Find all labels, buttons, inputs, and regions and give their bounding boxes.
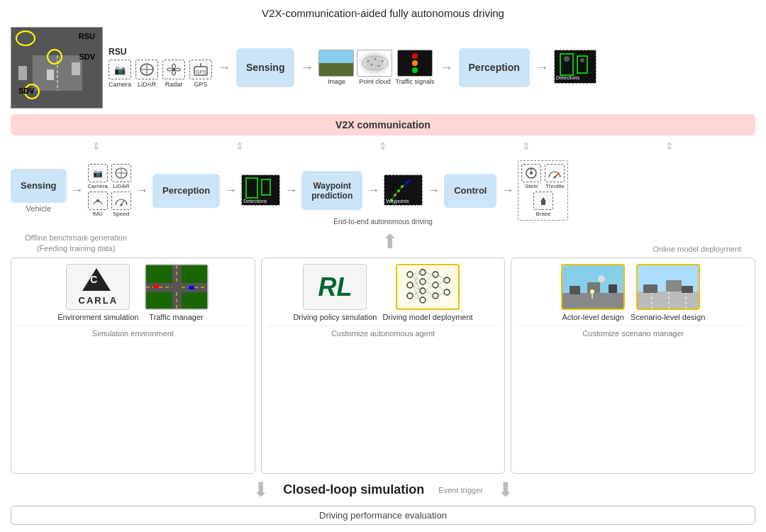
waypoint-prediction-box: Waypoint prediction — [301, 171, 362, 210]
scenario-footer: Customize scenario manager — [517, 326, 749, 338]
v-imu: IMU — [88, 192, 108, 217]
waypoints-visual: Waypoints — [384, 175, 422, 205]
v-imu-label: IMU — [92, 211, 103, 217]
pointcloud-thumb — [357, 50, 392, 77]
online-label: Online model deployment — [653, 245, 741, 253]
closed-loop-text: Closed-loop simulation — [283, 482, 424, 497]
rsu-sensors: RSU 📷 Camera LiDAR — [109, 47, 212, 88]
svg-point-15 — [374, 58, 377, 60]
traffic-thumb — [397, 50, 433, 77]
neural-net-icon — [397, 265, 458, 309]
v-lidar-icon — [111, 164, 131, 182]
v-lidar-label: LiDAR — [113, 183, 129, 189]
arrow-perception-detect: → — [535, 60, 548, 75]
arrow-sensors-perception: → — [135, 183, 148, 198]
svg-line-82 — [438, 275, 444, 280]
throttle-label: Throttle — [545, 183, 565, 189]
arrow-control-outputs: → — [501, 183, 514, 198]
pointcloud-label: Point cloud — [359, 78, 391, 85]
v2x-bar: V2X communication — [11, 114, 755, 135]
traffic-red — [412, 53, 418, 59]
traffic-green — [412, 67, 418, 73]
svg-point-27 — [96, 199, 99, 202]
v-lidar: LiDAR — [111, 164, 131, 189]
detection-visual: Detections — [555, 50, 596, 83]
v2x-double-arrow-3: ⇕ — [379, 140, 387, 152]
actor-scene-svg — [562, 265, 623, 309]
svg-point-42 — [530, 172, 533, 174]
sensor-radar: Radar — [162, 60, 185, 88]
info-row: Offline benchmark generation(Feeding tra… — [11, 228, 755, 253]
svg-rect-91 — [609, 284, 617, 293]
scenario-items-row: Actor-level design — [517, 264, 749, 321]
svg-rect-54 — [189, 286, 194, 289]
svg-rect-3 — [18, 66, 27, 80]
rl-text: RL — [304, 265, 366, 309]
vehicle-detections: Detections — [241, 174, 280, 207]
actor-level-label: Actor-level design — [562, 313, 623, 321]
svg-rect-87 — [562, 293, 623, 309]
closed-loop-down-arrow-left: ⬇ — [252, 478, 269, 501]
arrow-vehicle-sensors: → — [71, 183, 84, 198]
gps-icon: GPS — [189, 60, 212, 79]
svg-rect-88 — [570, 286, 580, 294]
main-container: V2X-communication-aided fully autonomous… — [0, 0, 766, 532]
gps-svg: GPS — [193, 62, 209, 77]
driving-model-label: Driving model deployment — [382, 313, 472, 321]
rsu-sensor-icons: 📷 Camera LiDAR — [109, 60, 212, 88]
svg-point-57 — [407, 293, 413, 299]
svg-rect-5 — [72, 62, 80, 75]
traffic-mgr-label: Traffic manager — [149, 313, 203, 321]
svg-point-92 — [590, 289, 594, 294]
svg-rect-99 — [643, 284, 657, 293]
vehicle-sensor-row-1: 📷 Camera LiDAR — [88, 164, 131, 189]
carla-logo: C CARLA — [79, 268, 118, 306]
steer-label: Steer — [525, 183, 538, 189]
driving-perf: Driving performance evaluation — [11, 506, 755, 525]
svg-line-83 — [438, 280, 444, 285]
svg-line-85 — [438, 292, 444, 296]
up-arrow-center: ⬆ — [382, 230, 398, 253]
data-items: Image Point cloud — [318, 50, 434, 85]
env-sim-label: Environment simulation — [57, 313, 138, 321]
data-pointcloud: Point cloud — [357, 50, 392, 85]
actor-level-item: Actor-level design — [561, 264, 625, 321]
agent-items-row: RL Driving policy simulation — [267, 264, 499, 321]
image-thumb — [318, 50, 354, 77]
svg-line-79 — [426, 285, 433, 291]
rsu-tag: RSU — [79, 32, 95, 40]
svg-point-22 — [564, 56, 570, 62]
svg-text:GPS: GPS — [196, 70, 206, 74]
v-imu-icon — [88, 192, 108, 210]
scenario-level-item: Scenario-level design — [631, 264, 705, 321]
vehicle-sensor-row-2: IMU Speed — [88, 192, 131, 217]
throttle-svg — [548, 167, 562, 179]
camera-icon: 📷 — [109, 60, 131, 79]
svg-point-18 — [378, 65, 380, 67]
waypoints-thumb: Waypoints — [384, 174, 423, 206]
waypoint-prediction-label: Waypoint prediction — [311, 181, 353, 201]
radar-icon — [162, 60, 185, 79]
radar-svg — [166, 62, 182, 77]
vehicle-label: Vehicle — [26, 204, 51, 213]
svg-line-77 — [426, 275, 433, 282]
arrow-data-perception: → — [440, 60, 453, 75]
data-traffic: Traffic signals — [395, 50, 434, 85]
svg-point-64 — [433, 293, 438, 299]
sdv1-tag: SDV — [79, 52, 95, 61]
perception-box-rsu: Perception — [459, 48, 530, 87]
svg-point-38 — [404, 182, 407, 185]
svg-point-65 — [444, 277, 450, 283]
bottom-panels: C CARLA Environment simulation — [11, 257, 755, 474]
traffic-mgr-thumb — [145, 265, 208, 309]
brake-label: Brake — [536, 211, 551, 217]
throttle-output: Throttle — [545, 164, 565, 189]
steer-icon — [521, 164, 541, 182]
camera-label: Camera — [109, 81, 131, 88]
brake-svg — [536, 194, 550, 207]
svg-point-44 — [554, 177, 556, 179]
svg-rect-101 — [682, 286, 693, 293]
control-outputs: Steer Throttle — [518, 160, 568, 221]
svg-point-29 — [120, 204, 122, 206]
closed-loop-row: ⬇ Closed-loop simulation Event trigger ⬇ — [11, 478, 755, 501]
